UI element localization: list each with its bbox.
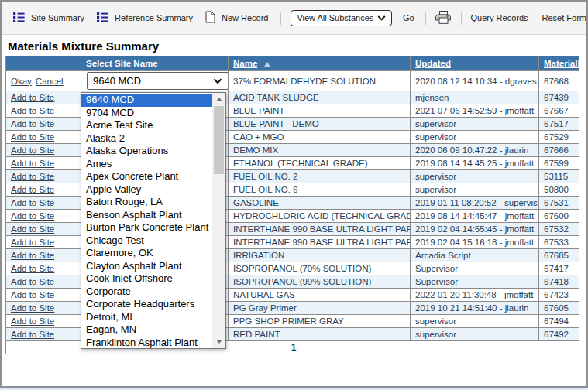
new-record-button[interactable]: New Record — [205, 11, 269, 25]
site-option[interactable]: Baton Rouge, LA — [81, 196, 212, 209]
site-option[interactable]: Alaska Operations — [81, 145, 212, 158]
cell-updated: 2019 08 14 14:45:47 - jmoffatt — [411, 210, 539, 223]
add-to-site-link[interactable]: Add to Site — [11, 119, 54, 128]
site-option[interactable]: Eagan, MN — [81, 323, 212, 337]
site-option[interactable]: 9640 MCD — [81, 94, 212, 107]
cell-name: ISOPROPANOL (70% SOLUTION) — [229, 262, 411, 275]
cell-materialid: 67667 — [539, 104, 579, 118]
new-document-icon — [205, 11, 215, 25]
site-option[interactable]: 9704 MCD — [81, 107, 212, 120]
scrollbar-thumb[interactable] — [214, 106, 224, 174]
header-name[interactable]: Name — [229, 56, 411, 71]
cell-actions: Add to Site — [6, 236, 77, 249]
add-to-site-link[interactable]: Add to Site — [11, 238, 54, 247]
add-to-site-link[interactable]: Add to Site — [11, 277, 54, 286]
okay-link[interactable]: Okay — [11, 77, 32, 86]
site-dropdown-options: 9640 MCD9704 MCDAcme Test SiteAlaska 2Al… — [81, 93, 212, 348]
site-option[interactable]: Alaska 2 — [81, 132, 212, 145]
cell-name: PPG SHOP PRIMER GRAY — [229, 315, 411, 328]
new-record-label[interactable]: New Record — [222, 13, 269, 22]
add-to-site-link[interactable]: Add to Site — [11, 290, 54, 299]
add-to-site-link[interactable]: Add to Site — [11, 198, 54, 207]
cell-materialid: 67417 — [539, 262, 579, 275]
chevron-down-icon — [213, 75, 222, 87]
site-option[interactable]: Claremore, OK — [81, 247, 212, 260]
cell-updated: supervisor — [411, 328, 539, 341]
reference-summary-label[interactable]: Reference Summary — [115, 13, 193, 22]
cell-actions: OkayCancel — [6, 71, 77, 91]
cell-name: CAO + MGO — [229, 131, 411, 144]
add-to-site-link[interactable]: Add to Site — [11, 185, 54, 194]
reference-summary-button[interactable]: Reference Summary — [97, 12, 193, 24]
cell-name: INTERTHANE 990 BASE ULTRA LIGHT PART B — [229, 236, 411, 249]
cell-updated: supervisor — [411, 131, 539, 144]
substance-filter-select[interactable]: View All Substances — [291, 10, 392, 26]
add-to-site-link[interactable]: Add to Site — [11, 264, 54, 273]
cancel-link[interactable]: Cancel — [36, 77, 64, 86]
scroll-down-icon[interactable] — [212, 336, 225, 347]
site-option[interactable]: Chicago Test — [81, 234, 212, 248]
add-to-site-link[interactable]: Add to Site — [11, 316, 54, 326]
header-materialid[interactable]: MaterialID — [539, 56, 579, 71]
toolbar-separator — [461, 12, 462, 25]
site-option[interactable]: Cook Inlet Offshore — [81, 272, 212, 286]
cell-updated: 2019 10 21 14:51:40 - jlaurin — [411, 302, 539, 315]
add-to-site-link[interactable]: Add to Site — [11, 224, 54, 234]
cell-name: RED PAINT — [229, 328, 411, 341]
add-to-site-link[interactable]: Add to Site — [11, 251, 54, 260]
header-actions-blank — [6, 56, 77, 71]
cell-name: FUEL OIL NO. 2 — [229, 170, 411, 183]
query-records-button[interactable]: Query Records — [471, 13, 528, 22]
site-option[interactable]: Apple Valley — [81, 183, 212, 197]
cell-name: DEMO MIX — [229, 144, 411, 157]
cell-materialid: 67605 — [539, 302, 579, 315]
reset-form-button[interactable]: Reset Form — [542, 13, 586, 22]
site-name-select[interactable]: 9640 MCD — [87, 72, 229, 90]
cell-name: GASOLINE — [229, 197, 411, 210]
add-to-site-link[interactable]: Add to Site — [11, 145, 54, 155]
go-button[interactable]: Go — [403, 13, 414, 22]
print-button[interactable] — [435, 11, 452, 26]
site-option[interactable]: Acme Test Site — [81, 119, 212, 132]
site-option[interactable]: Benson Asphalt Plant — [81, 209, 212, 222]
site-option[interactable]: Burton Park Concrete Plant — [81, 221, 212, 234]
header-materialid-sort-link[interactable]: MaterialID — [544, 59, 579, 68]
cell-name: ETHANOL (TECHNICAL GRADE) — [229, 157, 411, 170]
cell-materialid: 67517 — [539, 118, 579, 131]
cell-materialid: 67685 — [539, 249, 579, 262]
site-option[interactable]: Corporate Headquarters — [81, 298, 212, 311]
cell-materialid: 67529 — [539, 131, 579, 144]
site-summary-label[interactable]: Site Summary — [31, 13, 84, 22]
add-to-site-link[interactable]: Add to Site — [11, 93, 54, 102]
header-select-site-name: Select Site Name — [77, 56, 229, 71]
header-updated-sort-link[interactable]: Updated — [415, 59, 451, 68]
cell-actions: Add to Site — [6, 262, 77, 275]
dropdown-scrollbar[interactable] — [212, 93, 225, 348]
sort-ascending-icon — [264, 62, 270, 67]
cell-actions: Add to Site — [6, 118, 77, 131]
cell-materialid: 67531 — [539, 197, 579, 210]
site-option[interactable]: Clayton Asphalt Plant — [81, 260, 212, 273]
add-to-site-link[interactable]: Add to Site — [11, 211, 54, 221]
site-summary-button[interactable]: Site Summary — [13, 12, 84, 24]
scroll-up-icon[interactable] — [212, 94, 225, 105]
cell-updated: 2020 08 12 14:10:34 - dgraves — [411, 71, 539, 91]
site-option[interactable]: Corporate — [81, 286, 212, 299]
cell-updated: Supervisor — [411, 275, 539, 289]
add-to-site-link[interactable]: Add to Site — [11, 172, 54, 181]
add-to-site-link[interactable]: Add to Site — [11, 132, 54, 142]
add-to-site-link[interactable]: Add to Site — [11, 106, 54, 115]
site-option[interactable]: Detroit, MI — [81, 311, 212, 324]
app-window: Site Summary Reference Summary New Recor… — [0, 0, 588, 388]
site-option[interactable]: Ames — [81, 158, 212, 171]
add-to-site-link[interactable]: Add to Site — [11, 303, 54, 313]
site-option[interactable]: Apex Concrete Plant — [81, 170, 212, 183]
add-to-site-link[interactable]: Add to Site — [11, 330, 54, 339]
cell-materialid: 67600 — [539, 210, 579, 223]
cell-updated: 2020 06 09 10:47:22 - jlaurin — [411, 144, 539, 157]
header-name-sort-link[interactable]: Name — [233, 59, 257, 68]
header-updated[interactable]: Updated — [411, 56, 539, 71]
add-to-site-link[interactable]: Add to Site — [11, 159, 54, 168]
cell-actions: Add to Site — [6, 275, 77, 289]
site-option[interactable]: Franklinton Asphalt Plant — [81, 337, 212, 349]
